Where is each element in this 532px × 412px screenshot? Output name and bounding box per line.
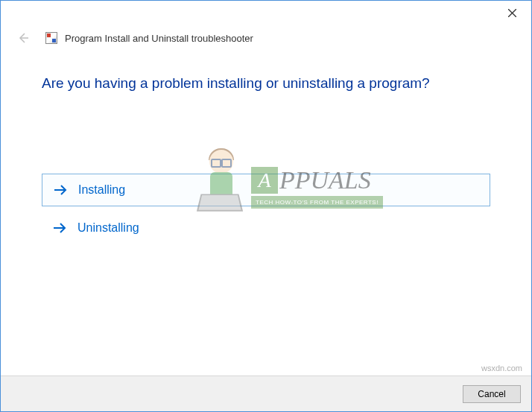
titlebar: [1, 1, 531, 25]
page-title: Are you having a problem installing or u…: [42, 75, 490, 92]
watermark-site: wsxdn.com: [481, 364, 522, 373]
back-button: [16, 31, 31, 45]
cancel-button[interactable]: Cancel: [463, 385, 521, 403]
close-button[interactable]: [497, 2, 527, 23]
back-arrow-icon: [17, 32, 29, 44]
troubleshooter-icon: [45, 32, 57, 44]
option-label: Installing: [78, 183, 125, 197]
wizard-content: Are you having a problem installing or u…: [1, 53, 531, 244]
wizard-header: Program Install and Uninstall troublesho…: [1, 25, 531, 53]
option-uninstalling[interactable]: Uninstalling: [42, 212, 490, 244]
option-label: Uninstalling: [77, 221, 139, 235]
arrow-right-icon: [52, 222, 67, 234]
option-installing[interactable]: Installing: [42, 174, 490, 206]
arrow-right-icon: [53, 184, 68, 196]
wizard-footer: Cancel: [1, 375, 531, 411]
wizard-title: Program Install and Uninstall troublesho…: [65, 33, 253, 44]
close-icon: [508, 9, 516, 17]
